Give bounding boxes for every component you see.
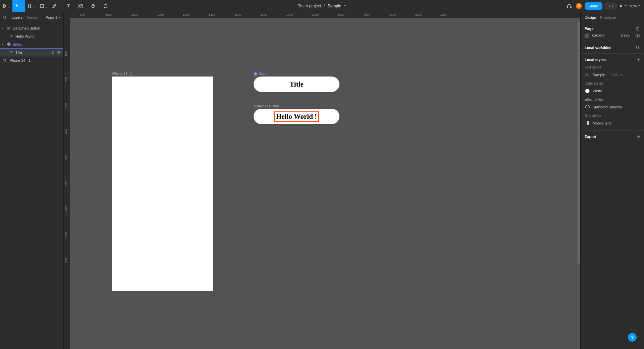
layer-label: iPhone 14 - 1 [9,58,31,62]
ruler-tick: 1800 [312,13,319,16]
canvas-button-text[interactable]: Title [289,80,304,89]
page-color-opacity[interactable]: 100% [621,34,630,38]
eye-icon[interactable] [57,51,61,54]
layer-detached-button[interactable]: ▾ Detached Button [0,24,63,32]
svg-rect-1 [5,4,6,5]
text-layer-icon [9,50,13,54]
section-title: Page [585,27,593,31]
page-color-hex[interactable]: 535353 [592,34,604,38]
effect-style-shadow[interactable]: Standard Shadow [585,103,640,111]
pen-tool-button[interactable] [50,0,62,12]
layer-iphone-frame[interactable]: ▾ iPhone 14 - 1 [0,56,63,64]
frame-label-detached[interactable]: Detached Button [254,104,279,108]
canvas-area[interactable]: 900 1000 1100 1200 1300 1400 1500 1600 1… [64,12,580,349]
breadcrumb[interactable]: Team project / Sample [298,4,346,8]
hand-tool-button[interactable] [87,0,99,12]
tab-assets[interactable]: Assets [26,15,38,19]
frame-label-iphone[interactable]: iPhone 14 - 1 [112,72,132,76]
svg-point-10 [54,6,55,6]
ruler-tick: 300 [64,103,68,108]
ruler-tick: 100 [64,51,68,56]
tab-layers[interactable]: Layers [11,15,22,19]
ruler-tick: 1400 [209,13,215,16]
style-category-grid: Grid styles [585,113,640,117]
move-tool-button[interactable] [12,0,25,12]
canvas[interactable]: iPhone 14 - 1 Button Title Detached Butt… [70,18,580,349]
section-title: Export [585,135,596,139]
comment-tool-button[interactable] [99,0,112,12]
canvas-button-component[interactable]: Title [254,77,339,92]
sliders-icon[interactable] [635,45,640,50]
present-button[interactable] [619,4,627,8]
add-export-button[interactable]: + [637,134,640,139]
canvas-detached-button[interactable]: Hello World ! [254,109,339,124]
canvas-detached-text[interactable]: Hello World ! [274,111,319,122]
expand-toggle[interactable]: ▾ [2,43,5,46]
expand-toggle[interactable]: ▾ [2,27,5,30]
layer-hello-world[interactable]: Hello World ! [0,32,63,40]
share-button[interactable]: Share [585,2,602,10]
hand-icon [91,3,96,9]
layer-label: Hello World ! [15,34,37,38]
dev-mode-toggle[interactable] [605,2,616,10]
svg-rect-31 [254,73,255,74]
breadcrumb-project[interactable]: Team project [298,4,321,8]
frame-tool-button[interactable] [25,0,37,12]
add-style-button[interactable]: + [637,57,640,62]
text-style-sample[interactable]: Ag Sample · 12/Auto [585,71,640,79]
play-icon [619,4,623,8]
page-color-swatch[interactable] [585,34,589,38]
color-style-white[interactable]: White [585,87,640,95]
workspace: Layers Assets Page 1 ▾ Detached Button H… [0,12,644,349]
layer-label: Detached Button [13,26,40,30]
ruler-tick: 600 [64,181,68,186]
section-local-variables: Local variables [581,42,644,54]
chevron-down-icon [638,5,640,6]
chevron-down-icon[interactable] [344,5,346,6]
text-style-glyph: Ag [585,72,590,78]
svg-rect-32 [256,73,257,74]
component-label-button[interactable]: Button [254,72,268,76]
ruler-tick: 2000 [364,13,370,16]
ruler-tick: 2300 [440,13,446,16]
help-button[interactable]: ? [628,333,637,342]
shape-tool-button[interactable] [37,0,50,12]
page-selector[interactable]: Page 1 [46,15,61,19]
toolbar: Team project / Sample O Share 98% [0,0,644,12]
layer-tree: ▾ Detached Button Hello World ! ▾ Button… [0,23,63,349]
vertical-scrollbar[interactable] [578,22,580,264]
unlock-icon[interactable] [51,51,55,54]
ruler-tick: 500 [64,155,68,160]
text-tool-button[interactable] [62,0,74,12]
breadcrumb-file[interactable]: Sample [328,4,341,8]
grid-style-mobile[interactable]: Mobile Grid [585,119,640,127]
frame-iphone[interactable] [112,77,213,291]
svg-point-34 [637,35,638,36]
ruler-corner [64,12,70,18]
audio-button[interactable] [565,0,573,12]
layer-button-component[interactable]: ▾ Button [0,40,63,48]
tab-design[interactable]: Design [585,15,596,19]
page-color-row[interactable]: 535353 100% [585,34,640,38]
timer-icon[interactable] [635,26,640,31]
user-avatar[interactable]: O [576,3,582,9]
main-menu-button[interactable] [0,0,12,12]
search-icon[interactable] [3,15,7,19]
ruler-tick: 1200 [157,13,164,16]
zoom-dropdown[interactable]: 98% [629,4,640,8]
right-panel: Design Prototype Page 535353 100% Local … [580,12,644,349]
svg-rect-20 [8,45,9,46]
grid-columns-icon [586,121,589,125]
layer-title[interactable]: Title [0,48,63,56]
page-name: Page 1 [46,15,57,19]
layer-row-actions [51,51,61,54]
tool-group-left [0,0,112,12]
eye-icon[interactable] [635,34,640,38]
svg-rect-3 [5,5,6,6]
rectangle-icon [39,3,45,9]
resources-button[interactable] [74,0,87,12]
tab-prototype[interactable]: Prototype [600,15,616,19]
frame-layer-icon [3,58,7,62]
grid-style-name: Mobile Grid [593,121,611,125]
pen-icon [52,3,57,9]
